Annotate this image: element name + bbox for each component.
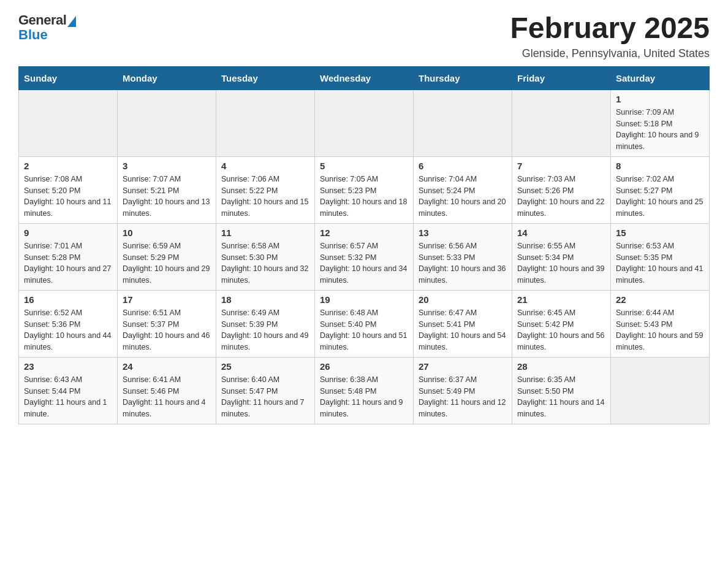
calendar-cell: 8Sunrise: 7:02 AMSunset: 5:27 PMDaylight… [611,156,710,223]
location-text: Glenside, Pennsylvania, United States [510,47,710,60]
day-info: Sunrise: 7:08 AMSunset: 5:20 PMDaylight:… [24,174,112,220]
calendar-cell: 24Sunrise: 6:41 AMSunset: 5:46 PMDayligh… [118,357,216,424]
calendar-cell [512,90,611,156]
calendar-cell [216,90,315,156]
calendar-cell [19,90,118,156]
day-info: Sunrise: 6:40 AMSunset: 5:47 PMDaylight:… [221,374,309,420]
day-number: 18 [221,294,309,305]
day-number: 28 [517,361,605,372]
calendar-header-row: SundayMondayTuesdayWednesdayThursdayFrid… [19,66,710,90]
day-number: 27 [419,361,507,372]
calendar-cell: 19Sunrise: 6:48 AMSunset: 5:40 PMDayligh… [315,290,414,357]
calendar-cell: 12Sunrise: 6:57 AMSunset: 5:32 PMDayligh… [315,223,414,290]
day-header-friday: Friday [512,66,611,90]
calendar-cell: 27Sunrise: 6:37 AMSunset: 5:49 PMDayligh… [414,357,512,424]
day-number: 1 [616,94,704,104]
calendar-cell: 4Sunrise: 7:06 AMSunset: 5:22 PMDaylight… [216,156,315,223]
day-number: 24 [123,361,211,372]
day-number: 15 [616,228,704,238]
logo: General Blue [18,12,76,43]
calendar-cell: 2Sunrise: 7:08 AMSunset: 5:20 PMDaylight… [19,156,118,223]
day-info: Sunrise: 6:55 AMSunset: 5:34 PMDaylight:… [517,240,605,286]
day-info: Sunrise: 6:57 AMSunset: 5:32 PMDaylight:… [320,240,408,286]
calendar-cell: 22Sunrise: 6:44 AMSunset: 5:43 PMDayligh… [611,290,710,357]
calendar-cell: 23Sunrise: 6:43 AMSunset: 5:44 PMDayligh… [19,357,118,424]
day-number: 23 [24,361,112,372]
calendar-cell [414,90,512,156]
day-info: Sunrise: 7:06 AMSunset: 5:22 PMDaylight:… [221,174,309,220]
day-number: 10 [123,228,211,238]
calendar-cell: 10Sunrise: 6:59 AMSunset: 5:29 PMDayligh… [118,223,216,290]
calendar-cell: 1Sunrise: 7:09 AMSunset: 5:18 PMDaylight… [611,90,710,156]
day-number: 6 [419,161,507,171]
day-info: Sunrise: 6:37 AMSunset: 5:49 PMDaylight:… [419,374,507,420]
day-number: 20 [419,294,507,305]
day-header-monday: Monday [118,66,216,90]
day-info: Sunrise: 6:53 AMSunset: 5:35 PMDaylight:… [616,240,704,286]
calendar-table: SundayMondayTuesdayWednesdayThursdayFrid… [18,66,710,424]
day-header-saturday: Saturday [611,66,710,90]
day-info: Sunrise: 6:45 AMSunset: 5:42 PMDaylight:… [517,307,605,353]
day-number: 11 [221,228,309,238]
calendar-cell: 21Sunrise: 6:45 AMSunset: 5:42 PMDayligh… [512,290,611,357]
day-info: Sunrise: 6:49 AMSunset: 5:39 PMDaylight:… [221,307,309,353]
day-number: 12 [320,228,408,238]
page-header: General Blue February 2025 Glenside, Pen… [18,12,710,60]
day-info: Sunrise: 6:43 AMSunset: 5:44 PMDaylight:… [24,374,112,420]
calendar-cell [118,90,216,156]
day-header-sunday: Sunday [19,66,118,90]
day-number: 3 [123,161,211,171]
day-number: 7 [517,161,605,171]
day-info: Sunrise: 6:51 AMSunset: 5:37 PMDaylight:… [123,307,211,353]
day-info: Sunrise: 6:56 AMSunset: 5:33 PMDaylight:… [419,240,507,286]
day-info: Sunrise: 6:59 AMSunset: 5:29 PMDaylight:… [123,240,211,286]
day-header-tuesday: Tuesday [216,66,315,90]
day-number: 16 [24,294,112,305]
calendar-cell: 5Sunrise: 7:05 AMSunset: 5:23 PMDaylight… [315,156,414,223]
calendar-cell: 18Sunrise: 6:49 AMSunset: 5:39 PMDayligh… [216,290,315,357]
calendar-week-row: 1Sunrise: 7:09 AMSunset: 5:18 PMDaylight… [19,90,710,156]
logo-blue-text: Blue [18,27,48,43]
calendar-cell: 17Sunrise: 6:51 AMSunset: 5:37 PMDayligh… [118,290,216,357]
calendar-week-row: 16Sunrise: 6:52 AMSunset: 5:36 PMDayligh… [19,290,710,357]
day-info: Sunrise: 6:35 AMSunset: 5:50 PMDaylight:… [517,374,605,420]
calendar-cell: 13Sunrise: 6:56 AMSunset: 5:33 PMDayligh… [414,223,512,290]
calendar-cell: 9Sunrise: 7:01 AMSunset: 5:28 PMDaylight… [19,223,118,290]
day-number: 22 [616,294,704,305]
day-number: 13 [419,228,507,238]
calendar-week-row: 2Sunrise: 7:08 AMSunset: 5:20 PMDaylight… [19,156,710,223]
day-info: Sunrise: 6:38 AMSunset: 5:48 PMDaylight:… [320,374,408,420]
day-info: Sunrise: 6:48 AMSunset: 5:40 PMDaylight:… [320,307,408,353]
day-info: Sunrise: 7:04 AMSunset: 5:24 PMDaylight:… [419,174,507,220]
calendar-cell: 6Sunrise: 7:04 AMSunset: 5:24 PMDaylight… [414,156,512,223]
day-info: Sunrise: 7:09 AMSunset: 5:18 PMDaylight:… [616,107,704,153]
calendar-cell: 16Sunrise: 6:52 AMSunset: 5:36 PMDayligh… [19,290,118,357]
calendar-week-row: 23Sunrise: 6:43 AMSunset: 5:44 PMDayligh… [19,357,710,424]
day-info: Sunrise: 7:05 AMSunset: 5:23 PMDaylight:… [320,174,408,220]
calendar-cell: 14Sunrise: 6:55 AMSunset: 5:34 PMDayligh… [512,223,611,290]
calendar-cell: 26Sunrise: 6:38 AMSunset: 5:48 PMDayligh… [315,357,414,424]
title-area: February 2025 Glenside, Pennsylvania, Un… [510,12,710,60]
day-number: 26 [320,361,408,372]
day-number: 8 [616,161,704,171]
calendar-cell: 25Sunrise: 6:40 AMSunset: 5:47 PMDayligh… [216,357,315,424]
day-info: Sunrise: 6:58 AMSunset: 5:30 PMDaylight:… [221,240,309,286]
calendar-week-row: 9Sunrise: 7:01 AMSunset: 5:28 PMDaylight… [19,223,710,290]
calendar-cell: 3Sunrise: 7:07 AMSunset: 5:21 PMDaylight… [118,156,216,223]
day-info: Sunrise: 6:47 AMSunset: 5:41 PMDaylight:… [419,307,507,353]
day-info: Sunrise: 6:52 AMSunset: 5:36 PMDaylight:… [24,307,112,353]
calendar-cell [315,90,414,156]
calendar-cell: 11Sunrise: 6:58 AMSunset: 5:30 PMDayligh… [216,223,315,290]
day-info: Sunrise: 7:01 AMSunset: 5:28 PMDaylight:… [24,240,112,286]
day-number: 14 [517,228,605,238]
logo-arrow-icon [67,16,76,27]
day-info: Sunrise: 7:02 AMSunset: 5:27 PMDaylight:… [616,174,704,220]
day-header-wednesday: Wednesday [315,66,414,90]
calendar-cell: 15Sunrise: 6:53 AMSunset: 5:35 PMDayligh… [611,223,710,290]
day-number: 2 [24,161,112,171]
day-number: 9 [24,228,112,238]
day-info: Sunrise: 7:07 AMSunset: 5:21 PMDaylight:… [123,174,211,220]
day-info: Sunrise: 6:44 AMSunset: 5:43 PMDaylight:… [616,307,704,353]
day-header-thursday: Thursday [414,66,512,90]
day-number: 21 [517,294,605,305]
